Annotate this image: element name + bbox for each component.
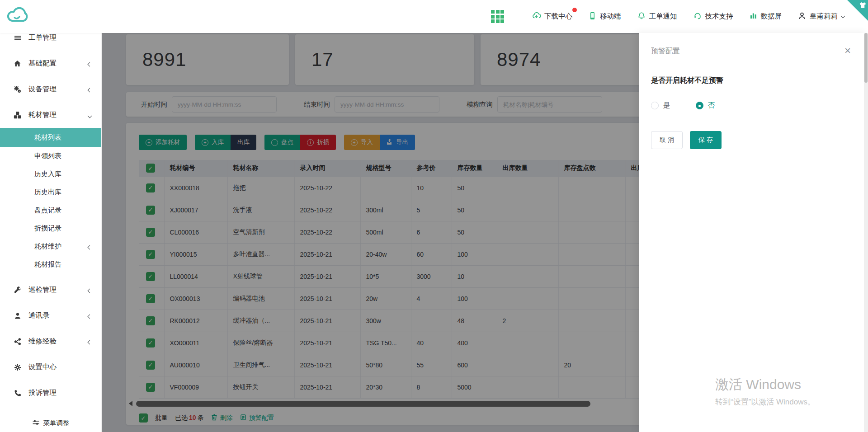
sidebar-subitem-label: 盘点记录 (34, 206, 61, 215)
phone-icon (14, 390, 21, 397)
sidebar-subitem-apply-list[interactable]: 申领列表 (0, 147, 101, 165)
radio-no[interactable]: 否 (696, 101, 715, 110)
sidebar-item-basic-config[interactable]: 基础配置 (0, 51, 101, 76)
chevron-left-icon (88, 288, 92, 293)
mobile-icon (589, 12, 596, 22)
chevron-down-icon (88, 113, 92, 118)
nav-label: 移动端 (600, 12, 621, 21)
chevron-left-icon (88, 314, 92, 319)
sidebar-item-device-mgmt[interactable]: 设备管理 (0, 76, 101, 102)
sidebar-item-label: 基础配置 (28, 59, 57, 68)
sidebar-item-label: 巡检管理 (28, 285, 57, 295)
chevron-down-icon (841, 14, 845, 18)
sidebar-item-repair-experience[interactable]: 维修经验 (0, 329, 101, 354)
notification-dot (572, 8, 577, 12)
sidebar-subitem-label: 申领列表 (34, 152, 61, 160)
sidebar-item-label: 设置中心 (28, 362, 57, 372)
sidebar-subitem-label: 折损记录 (34, 224, 61, 233)
gear-icon (14, 364, 21, 371)
sidebar-menu-adjust[interactable]: 菜单调整 (0, 419, 101, 427)
save-button[interactable]: 保 存 (690, 131, 722, 149)
windows-activation-watermark: 激活 Windows 转到“设置”以激活 Windows。 (715, 376, 815, 407)
apps-grid-icon[interactable] (491, 10, 504, 23)
bar-chart-icon (750, 12, 757, 21)
sidebar-subitem-history-out[interactable]: 历史出库 (0, 183, 101, 201)
person-icon (14, 312, 21, 319)
sidebar-item-label: 耗材管理 (28, 110, 57, 120)
sidebar-subitem-label: 耗材报告 (34, 260, 61, 269)
nav-label: 下载中心 (544, 12, 572, 21)
sidebar-subitem-consumable-report[interactable]: 耗材报告 (0, 255, 101, 273)
sidebar-subitem-consumable-list[interactable]: 耗材列表 (0, 128, 101, 147)
nav-label: 技术支持 (705, 12, 733, 21)
watermark-line1: 激活 Windows (715, 376, 815, 394)
top-navbar: 下载中心 移动端 工单通知 (0, 0, 868, 33)
nav-download-center[interactable]: 下载中心 (532, 12, 572, 22)
sidebar-subitem-consumable-maintain[interactable]: 耗材维护 (0, 237, 101, 255)
sidebar-item-label: 工单管理 (28, 33, 57, 42)
close-icon[interactable]: × (844, 47, 851, 55)
list-icon (14, 34, 21, 42)
watermark-line2: 转到“设置”以激活 Windows。 (715, 397, 815, 407)
page-scrollbar-thumb[interactable] (864, 33, 868, 83)
chevron-left-icon (88, 245, 92, 249)
page-scrollbar (864, 33, 868, 432)
sidebar-item-inspection[interactable]: 巡检管理 (0, 277, 101, 303)
chevron-left-icon (88, 340, 92, 344)
user-icon (798, 12, 806, 22)
drawer-question: 是否开启耗材不足预警 (651, 76, 854, 85)
sidebar-subitem-label: 历史入库 (34, 170, 61, 178)
corner-ribbon[interactable] (847, 0, 868, 21)
share-icon (14, 338, 21, 345)
radio-no-label: 否 (708, 101, 715, 110)
sidebar-item-label: 维修经验 (28, 337, 57, 346)
cancel-button[interactable]: 取 消 (651, 131, 683, 149)
sidebar-item-label: 投诉管理 (28, 388, 57, 398)
sidebar-subitem-damage-records[interactable]: 折损记录 (0, 219, 101, 237)
sidebar-subitem-label: 耗材维护 (34, 242, 61, 251)
sidebar-item-workorder[interactable]: 工单管理 (0, 33, 101, 51)
home-icon (14, 60, 21, 67)
sidebar-item-label: 设备管理 (28, 85, 57, 94)
cubes-icon (14, 111, 21, 119)
radio-group: 是 否 (651, 101, 854, 110)
menu-adjust-label: 菜单调整 (43, 419, 70, 427)
corner-shirt-icon (859, 2, 867, 9)
radio-yes-label: 是 (663, 101, 670, 110)
nav-workorder-notify[interactable]: 工单通知 (637, 12, 677, 22)
sliders-icon (32, 419, 40, 427)
radio-circle-icon (651, 102, 659, 109)
sidebar-subitem-inventory-records[interactable]: 盘点记录 (0, 201, 101, 219)
sidebar-subitem-label: 历史出库 (34, 188, 61, 197)
drawer-title: 预警配置 (651, 47, 680, 56)
wrench-icon (14, 286, 21, 294)
radio-circle-icon (696, 102, 703, 109)
bell-icon (637, 12, 646, 22)
sidebar-item-consumables[interactable]: 耗材管理 (0, 102, 101, 128)
sidebar-item-contacts[interactable]: 通讯录 (0, 303, 101, 329)
nav-tech-support[interactable]: 技术支持 (693, 12, 733, 22)
nav-label: 数据屏 (761, 12, 782, 21)
headset-icon (693, 12, 702, 22)
nav-user-menu[interactable]: 皇甫莉莉 (798, 12, 844, 22)
nav-data-screen[interactable]: 数据屏 (750, 12, 782, 21)
chevron-left-icon (88, 62, 92, 66)
sidebar-item-label: 通讯录 (28, 311, 50, 320)
warning-config-drawer: 预警配置 × 是否开启耗材不足预警 是 否 取 消 保 存 激活 Windows… (639, 33, 868, 432)
nav-user-name: 皇甫莉莉 (810, 12, 838, 21)
gears-icon (14, 85, 21, 93)
sidebar-item-complaints[interactable]: 投诉管理 (0, 380, 101, 406)
nav-label: 工单通知 (649, 12, 677, 21)
cloud-download-icon (532, 12, 541, 22)
app-logo-cloud-icon (5, 4, 29, 29)
sidebar-item-settings-center[interactable]: 设置中心 (0, 354, 101, 380)
sidebar: 工单管理 基础配置 设备管理 耗材管理 耗材列表 申领列表 历史入库 (0, 33, 102, 432)
radio-yes[interactable]: 是 (651, 101, 670, 110)
nav-mobile[interactable]: 移动端 (589, 12, 621, 22)
sidebar-subitem-label: 耗材列表 (34, 133, 61, 142)
chevron-left-icon (88, 88, 92, 92)
sidebar-subitem-history-in[interactable]: 历史入库 (0, 165, 101, 183)
